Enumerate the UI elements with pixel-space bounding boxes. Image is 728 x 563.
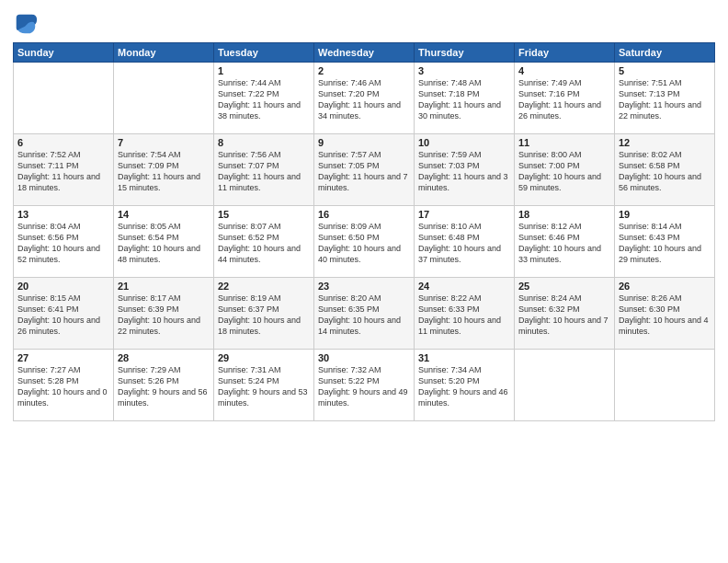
day-number: 10 — [418, 137, 510, 148]
day-cell — [615, 350, 715, 421]
day-info: Sunrise: 7:29 AMSunset: 5:26 PMDaylight:… — [118, 364, 210, 409]
day-cell: 6Sunrise: 7:52 AMSunset: 7:11 PMDaylight… — [14, 134, 114, 206]
logo-icon — [13, 11, 39, 37]
week-row-3: 13Sunrise: 8:04 AMSunset: 6:56 PMDayligh… — [14, 206, 715, 278]
day-cell — [14, 63, 114, 134]
day-info: Sunrise: 7:44 AMSunset: 7:22 PMDaylight:… — [218, 77, 310, 122]
day-info: Sunrise: 7:49 AMSunset: 7:16 PMDaylight:… — [518, 77, 610, 122]
week-row-1: 1Sunrise: 7:44 AMSunset: 7:22 PMDaylight… — [14, 63, 715, 134]
day-info: Sunrise: 8:12 AMSunset: 6:46 PMDaylight:… — [518, 221, 610, 266]
day-cell — [515, 350, 615, 421]
day-number: 21 — [118, 281, 210, 292]
day-info: Sunrise: 8:15 AMSunset: 6:41 PMDaylight:… — [17, 293, 109, 338]
day-info: Sunrise: 8:24 AMSunset: 6:32 PMDaylight:… — [518, 293, 610, 338]
day-number: 6 — [17, 137, 109, 148]
day-number: 2 — [318, 65, 410, 76]
day-cell: 10Sunrise: 7:59 AMSunset: 7:03 PMDayligh… — [415, 134, 515, 206]
day-cell: 29Sunrise: 7:31 AMSunset: 5:24 PMDayligh… — [214, 350, 314, 421]
day-info: Sunrise: 8:10 AMSunset: 6:48 PMDaylight:… — [418, 221, 510, 266]
day-number: 14 — [118, 209, 210, 220]
day-number: 12 — [619, 137, 711, 148]
day-cell: 28Sunrise: 7:29 AMSunset: 5:26 PMDayligh… — [114, 350, 214, 421]
day-cell: 21Sunrise: 8:17 AMSunset: 6:39 PMDayligh… — [114, 278, 214, 350]
day-info: Sunrise: 8:07 AMSunset: 6:52 PMDaylight:… — [218, 221, 310, 266]
day-number: 17 — [418, 209, 510, 220]
day-cell: 30Sunrise: 7:32 AMSunset: 5:22 PMDayligh… — [314, 350, 415, 421]
day-cell: 31Sunrise: 7:34 AMSunset: 5:20 PMDayligh… — [415, 350, 515, 421]
day-cell: 17Sunrise: 8:10 AMSunset: 6:48 PMDayligh… — [415, 206, 515, 278]
day-cell: 27Sunrise: 7:27 AMSunset: 5:28 PMDayligh… — [14, 350, 114, 421]
day-info: Sunrise: 7:59 AMSunset: 7:03 PMDaylight:… — [418, 149, 510, 194]
page-container: SundayMondayTuesdayWednesdayThursdayFrid… — [0, 0, 728, 563]
day-info: Sunrise: 7:54 AMSunset: 7:09 PMDaylight:… — [118, 149, 210, 194]
day-info: Sunrise: 8:04 AMSunset: 6:56 PMDaylight:… — [17, 221, 109, 266]
day-info: Sunrise: 8:00 AMSunset: 7:00 PMDaylight:… — [518, 149, 610, 194]
week-row-5: 27Sunrise: 7:27 AMSunset: 5:28 PMDayligh… — [14, 350, 715, 421]
day-info: Sunrise: 7:31 AMSunset: 5:24 PMDaylight:… — [218, 364, 310, 409]
day-cell: 18Sunrise: 8:12 AMSunset: 6:46 PMDayligh… — [515, 206, 615, 278]
day-number: 24 — [418, 281, 510, 292]
day-cell: 3Sunrise: 7:48 AMSunset: 7:18 PMDaylight… — [415, 63, 515, 134]
day-number: 13 — [17, 209, 109, 220]
day-number: 15 — [218, 209, 310, 220]
day-cell: 7Sunrise: 7:54 AMSunset: 7:09 PMDaylight… — [114, 134, 214, 206]
day-cell: 19Sunrise: 8:14 AMSunset: 6:43 PMDayligh… — [615, 206, 715, 278]
day-info: Sunrise: 8:19 AMSunset: 6:37 PMDaylight:… — [218, 293, 310, 338]
day-cell: 16Sunrise: 8:09 AMSunset: 6:50 PMDayligh… — [314, 206, 415, 278]
day-info: Sunrise: 7:32 AMSunset: 5:22 PMDaylight:… — [318, 364, 410, 409]
day-info: Sunrise: 7:57 AMSunset: 7:05 PMDaylight:… — [318, 149, 410, 194]
day-cell: 2Sunrise: 7:46 AMSunset: 7:20 PMDaylight… — [314, 63, 415, 134]
day-info: Sunrise: 8:14 AMSunset: 6:43 PMDaylight:… — [619, 221, 711, 266]
day-number: 23 — [318, 281, 410, 292]
day-cell: 15Sunrise: 8:07 AMSunset: 6:52 PMDayligh… — [214, 206, 314, 278]
header-wednesday: Wednesday — [314, 43, 415, 63]
day-number: 5 — [619, 65, 711, 76]
day-number: 25 — [518, 281, 610, 292]
day-number: 3 — [418, 65, 510, 76]
day-number: 16 — [318, 209, 410, 220]
day-cell: 12Sunrise: 8:02 AMSunset: 6:58 PMDayligh… — [615, 134, 715, 206]
day-cell: 1Sunrise: 7:44 AMSunset: 7:22 PMDaylight… — [214, 63, 314, 134]
header-friday: Friday — [515, 43, 615, 63]
day-number: 7 — [118, 137, 210, 148]
day-number: 31 — [418, 352, 510, 363]
day-number: 19 — [619, 209, 711, 220]
day-cell: 24Sunrise: 8:22 AMSunset: 6:33 PMDayligh… — [415, 278, 515, 350]
day-cell: 25Sunrise: 8:24 AMSunset: 6:32 PMDayligh… — [515, 278, 615, 350]
day-info: Sunrise: 8:20 AMSunset: 6:35 PMDaylight:… — [318, 293, 410, 338]
day-info: Sunrise: 8:09 AMSunset: 6:50 PMDaylight:… — [318, 221, 410, 266]
header — [13, 11, 715, 37]
day-number: 29 — [218, 352, 310, 363]
day-info: Sunrise: 7:34 AMSunset: 5:20 PMDaylight:… — [418, 364, 510, 409]
day-number: 26 — [619, 281, 711, 292]
day-info: Sunrise: 7:27 AMSunset: 5:28 PMDaylight:… — [17, 364, 109, 409]
header-tuesday: Tuesday — [214, 43, 314, 63]
header-monday: Monday — [114, 43, 214, 63]
day-number: 9 — [318, 137, 410, 148]
day-number: 28 — [118, 352, 210, 363]
header-thursday: Thursday — [415, 43, 515, 63]
day-number: 18 — [518, 209, 610, 220]
day-cell — [114, 63, 214, 134]
header-saturday: Saturday — [615, 43, 715, 63]
day-cell: 11Sunrise: 8:00 AMSunset: 7:00 PMDayligh… — [515, 134, 615, 206]
day-number: 27 — [17, 352, 109, 363]
day-info: Sunrise: 8:05 AMSunset: 6:54 PMDaylight:… — [118, 221, 210, 266]
logo — [13, 11, 42, 37]
day-number: 11 — [518, 137, 610, 148]
day-info: Sunrise: 8:02 AMSunset: 6:58 PMDaylight:… — [619, 149, 711, 194]
day-info: Sunrise: 7:48 AMSunset: 7:18 PMDaylight:… — [418, 77, 510, 122]
day-number: 4 — [518, 65, 610, 76]
day-cell: 22Sunrise: 8:19 AMSunset: 6:37 PMDayligh… — [214, 278, 314, 350]
day-number: 30 — [318, 352, 410, 363]
day-cell: 5Sunrise: 7:51 AMSunset: 7:13 PMDaylight… — [615, 63, 715, 134]
day-cell: 23Sunrise: 8:20 AMSunset: 6:35 PMDayligh… — [314, 278, 415, 350]
day-info: Sunrise: 7:51 AMSunset: 7:13 PMDaylight:… — [619, 77, 711, 122]
day-info: Sunrise: 7:52 AMSunset: 7:11 PMDaylight:… — [17, 149, 109, 194]
day-cell: 8Sunrise: 7:56 AMSunset: 7:07 PMDaylight… — [214, 134, 314, 206]
day-info: Sunrise: 8:17 AMSunset: 6:39 PMDaylight:… — [118, 293, 210, 338]
day-cell: 14Sunrise: 8:05 AMSunset: 6:54 PMDayligh… — [114, 206, 214, 278]
day-number: 20 — [17, 281, 109, 292]
day-number: 22 — [218, 281, 310, 292]
day-info: Sunrise: 7:46 AMSunset: 7:20 PMDaylight:… — [318, 77, 410, 122]
